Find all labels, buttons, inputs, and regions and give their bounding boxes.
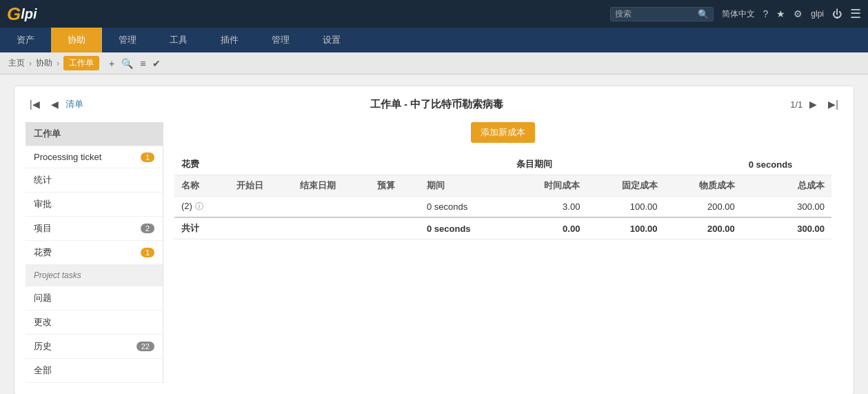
table-header-row: 名称 开始日 结束日期 预算 期间 时间成本 固定成本 物质成本 总成本 [174, 175, 831, 197]
sidemenu-project-label: 项目 [34, 222, 52, 235]
sidemenu-all-label: 全部 [34, 364, 52, 377]
search-input[interactable] [615, 9, 698, 19]
first-page-button[interactable]: |◀ [26, 97, 44, 111]
sidemenu-workorder-label: 工作单 [34, 128, 61, 140]
main-content: |◀ ◀ 清单 工作单 - 中了比特币勒索病毒 1/1 ▶ ▶| 工作单 Pro… [0, 75, 868, 394]
nav-item-assets[interactable]: 资产 [0, 28, 51, 52]
col-end: 结束日期 [293, 175, 370, 197]
list-view-button[interactable]: ≡ [140, 58, 145, 69]
section-seconds: 0 seconds [742, 154, 831, 175]
col-fixed-cost: 固定成本 [587, 175, 664, 197]
search-box[interactable]: 🔍 [610, 7, 714, 21]
cell-start [230, 197, 293, 218]
cell-fixed-cost: 100.00 [587, 197, 664, 218]
help-icon[interactable]: ? [763, 8, 769, 19]
col-material-cost: 物质成本 [665, 175, 742, 197]
table-section-header: 花费 条目期间 0 seconds [174, 154, 831, 175]
sidemenu-processing-badge: 1 [141, 152, 154, 162]
sidemenu-project-tasks[interactable]: Project tasks [26, 265, 163, 286]
sidemenu-approve[interactable]: 审批 [26, 193, 163, 217]
sidemenu-issue[interactable]: 问题 [26, 286, 163, 311]
sidemenu-workorder[interactable]: 工作单 [26, 122, 163, 146]
side-menu: 工作单 Processing ticket 1 统计 审批 项目 2 花费 [26, 122, 163, 383]
sidemenu-history-label: 历史 [34, 340, 52, 353]
lang-selector[interactable]: 简体中文 [722, 8, 755, 20]
nav-item-assist[interactable]: 协助 [51, 28, 102, 52]
sidemenu-processing[interactable]: Processing ticket 1 [26, 146, 163, 168]
col-start: 开始日 [230, 175, 293, 197]
top-bar: G lpi 🔍 简体中文 ? ★ ⚙ glpi ⏻ ☰ [0, 0, 868, 28]
card-header: |◀ ◀ 清单 工作单 - 中了比特币勒索病毒 1/1 ▶ ▶| [26, 97, 842, 111]
breadcrumb-workorder[interactable]: 工作单 [63, 56, 99, 70]
sidemenu-change[interactable]: 更改 [26, 311, 163, 335]
nav-item-admin[interactable]: 管理 [255, 28, 306, 52]
cell-budget [370, 197, 420, 218]
sidemenu-cost-label: 花费 [34, 246, 52, 259]
cell-total-cost: 300.00 [742, 197, 831, 218]
breadcrumb-assist[interactable]: 协助 [36, 57, 52, 69]
sidemenu-stats[interactable]: 统计 [26, 168, 163, 193]
nav-item-plugins[interactable]: 插件 [204, 28, 255, 52]
card-body: 工作单 Processing ticket 1 统计 审批 项目 2 花费 [26, 122, 842, 383]
breadcrumb-actions: + 🔍 ≡ ✔ [109, 58, 161, 69]
total-label: 共计 [174, 217, 420, 239]
section-huafei: 花费 [174, 154, 509, 175]
list-link[interactable]: 清单 [65, 98, 83, 110]
hamburger-icon[interactable]: ☰ [850, 6, 861, 21]
section-huafei-label: 花费 [181, 159, 199, 169]
logo-g: G [7, 3, 21, 25]
cell-period: 0 seconds [420, 197, 509, 218]
prev-page-button[interactable]: ◀ [47, 97, 63, 111]
total-total-cost: 300.00 [742, 217, 831, 239]
col-name: 名称 [174, 175, 230, 197]
next-page-button[interactable]: ▶ [805, 97, 821, 111]
section-tiaomujianqi: 条目期间 [509, 154, 742, 175]
nav-item-settings[interactable]: 设置 [306, 28, 357, 52]
sidemenu-cost[interactable]: 花费 1 [26, 241, 163, 265]
sidemenu-cost-badge: 1 [141, 248, 154, 257]
search-icon[interactable]: 🔍 [698, 9, 709, 19]
total-period: 0 seconds [420, 217, 509, 239]
add-button[interactable]: + [109, 58, 114, 69]
section-tiaomujianqi-label: 条目期间 [516, 159, 552, 169]
card-pagination: 1/1 ▶ ▶| [790, 97, 842, 111]
nav-item-manage[interactable]: 管理 [102, 28, 153, 52]
sidemenu-project-badge: 2 [141, 224, 154, 233]
add-btn-row: 添加新成本 [174, 122, 831, 143]
breadcrumb-sep-2: › [57, 59, 59, 68]
total-fixed-cost: 100.00 [587, 217, 664, 239]
star-icon[interactable]: ★ [776, 8, 785, 19]
logo: G lpi [7, 3, 37, 25]
pagination-label: 1/1 [790, 99, 803, 110]
power-icon[interactable]: ⏻ [832, 8, 842, 19]
sidemenu-all[interactable]: 全部 [26, 359, 163, 383]
cell-end [293, 197, 370, 218]
top-bar-right: 🔍 简体中文 ? ★ ⚙ glpi ⏻ ☰ [610, 6, 861, 21]
cell-material-cost: 200.00 [665, 197, 742, 218]
card-nav-left: |◀ ◀ 清单 [26, 97, 83, 111]
nav-item-tools[interactable]: 工具 [153, 28, 204, 52]
col-time-cost: 时间成本 [509, 175, 587, 197]
sidemenu-stats-label: 统计 [34, 174, 52, 186]
main-panel: 添加新成本 花费 条目期间 0 seconds [163, 122, 842, 383]
section-seconds-label: 0 seconds [749, 159, 793, 170]
breadcrumb-home[interactable]: 主页 [8, 57, 25, 69]
sidemenu-history-badge: 22 [137, 342, 154, 351]
check-button[interactable]: ✔ [152, 58, 161, 69]
nav-bar: 资产 协助 管理 工具 插件 管理 设置 [0, 28, 868, 52]
sidemenu-processing-label: Processing ticket [34, 152, 101, 162]
add-cost-button[interactable]: 添加新成本 [471, 122, 535, 143]
gear-icon[interactable]: ⚙ [794, 8, 803, 19]
sidemenu-project[interactable]: 项目 2 [26, 217, 163, 241]
total-time-cost: 0.00 [509, 217, 587, 239]
user-name[interactable]: glpi [811, 9, 824, 19]
total-material-cost: 200.00 [665, 217, 742, 239]
table-row: (2) ⓘ 0 seconds 3.00 100.00 200.00 300.0… [174, 197, 831, 218]
sidemenu-history[interactable]: 历史 22 [26, 335, 163, 359]
sidemenu-approve-label: 审批 [34, 198, 52, 210]
card: |◀ ◀ 清单 工作单 - 中了比特币勒索病毒 1/1 ▶ ▶| 工作单 Pro… [14, 86, 854, 394]
last-page-button[interactable]: ▶| [824, 97, 842, 111]
breadcrumb: 主页 › 协助 › 工作单 + 🔍 ≡ ✔ [0, 52, 868, 75]
search-button[interactable]: 🔍 [121, 58, 133, 69]
logo-lpi: lpi [21, 6, 37, 22]
